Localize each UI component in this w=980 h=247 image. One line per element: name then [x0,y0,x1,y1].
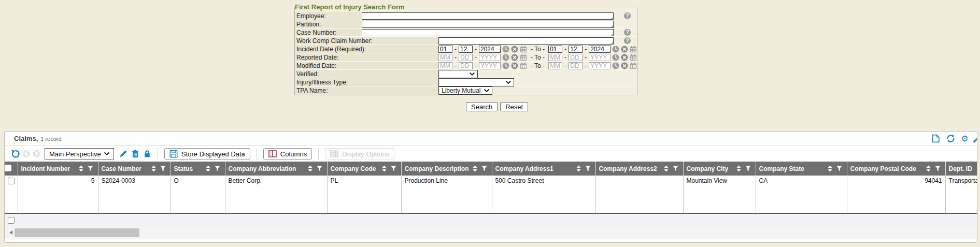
undo-icon[interactable] [11,149,20,158]
sort-icon[interactable] [736,165,741,172]
filter-icon[interactable] [836,166,842,171]
sort-icon[interactable] [382,165,387,172]
clock-icon[interactable] [502,46,509,53]
scrollbar-thumb[interactable] [15,228,139,237]
delete-perspective-icon[interactable] [131,150,139,158]
filter-icon[interactable] [215,166,220,171]
incident-from-day-input[interactable] [459,46,473,53]
sort-icon[interactable] [473,165,477,172]
incident-to-year-input[interactable] [589,46,610,53]
clock-icon[interactable] [612,62,619,69]
verified-select[interactable] [438,70,478,78]
new-row-checkbox[interactable] [8,217,15,224]
calendar-icon[interactable] [520,62,527,69]
partition-row: Partition: [295,20,637,28]
resize-grip-icon [610,41,613,44]
next-perspective-icon[interactable] [33,150,40,157]
sort-icon[interactable] [664,165,669,172]
clock-icon[interactable] [612,46,619,53]
calendar-icon[interactable] [630,46,637,53]
sort-icon[interactable] [828,165,832,172]
previous-perspective-icon[interactable] [23,150,30,157]
search-button[interactable]: Search [466,102,498,111]
row-checkbox[interactable] [8,178,15,184]
incident-from-month-input[interactable] [438,46,452,53]
clock-icon[interactable] [612,54,619,61]
incident-to-month-input[interactable] [548,46,562,53]
calendar-icon[interactable] [630,54,637,61]
clear-date-icon[interactable] [621,54,628,61]
perspective-select[interactable]: Main Perspective [45,148,114,159]
clear-date-icon[interactable] [621,62,628,69]
employee-label: Employee: [295,12,361,20]
sort-icon[interactable] [308,165,313,172]
case-number-input[interactable] [362,29,614,36]
toolbar-separator [158,148,158,160]
store-displayed-data-button[interactable]: Store Displayed Data [164,148,250,159]
incident-from-year-input[interactable] [479,46,501,53]
tpa-select[interactable]: Liberty Mutual [438,86,492,95]
new-document-icon[interactable] [931,134,940,143]
modified-from-month-input[interactable] [438,62,452,69]
clear-date-icon[interactable] [621,46,628,53]
select-all-checkbox[interactable] [5,165,11,171]
clear-date-icon[interactable] [511,54,518,61]
modified-to-month-input[interactable] [548,62,562,69]
calendar-icon[interactable] [630,62,637,69]
filter-icon[interactable] [585,166,591,171]
clock-icon[interactable] [502,54,509,61]
sort-icon[interactable] [151,165,156,172]
columns-button[interactable]: Columns [263,148,312,159]
sort-icon[interactable] [79,165,83,172]
clear-date-icon[interactable] [511,46,518,53]
calendar-icon[interactable] [520,46,527,53]
work-comp-input[interactable] [438,37,614,45]
employee-input[interactable] [362,12,614,20]
sort-icon[interactable] [206,165,210,172]
sort-icon[interactable] [926,165,931,172]
gear-icon[interactable]: ⚙ [960,134,969,143]
claims-table: Incident Number Case Number Status Compa… [5,162,977,213]
reported-from-day-input[interactable] [459,54,473,61]
wrench-icon[interactable] [973,134,977,143]
reported-from-year-input[interactable] [479,54,501,61]
help-icon[interactable]: ? [624,37,631,44]
partition-input[interactable] [362,21,614,28]
filter-icon[interactable] [317,166,322,171]
modified-to-day-input[interactable] [569,62,583,69]
injury-type-select[interactable] [438,78,514,86]
filter-icon[interactable] [935,166,941,171]
calendar-icon[interactable] [520,54,527,61]
lock-icon[interactable] [143,150,151,158]
incident-to-day-input[interactable] [569,46,583,53]
help-icon[interactable]: ? [624,12,631,19]
help-icon[interactable]: ? [624,29,631,36]
reset-button[interactable]: Reset [500,102,528,111]
reported-to-year-input[interactable] [589,54,610,61]
filter-icon[interactable] [481,166,487,171]
reported-to-day-input[interactable] [569,54,583,61]
modified-from-day-input[interactable] [459,62,473,69]
modified-from-year-input[interactable] [479,62,501,69]
scroll-left-arrow-icon[interactable] [9,230,12,235]
refresh-icon[interactable] [946,134,955,143]
filter-icon[interactable] [160,166,166,171]
sort-icon[interactable] [576,165,581,172]
partition-label: Partition: [295,20,361,28]
clear-date-icon[interactable] [511,62,518,69]
filter-icon[interactable] [88,166,93,171]
edit-perspective-icon[interactable] [119,150,127,158]
clock-icon[interactable] [502,62,509,69]
horizontal-scrollbar[interactable] [5,226,977,239]
reported-to-month-input[interactable] [548,54,562,61]
reported-from-month-input[interactable] [438,54,452,61]
to-separator: - To - [531,62,545,69]
reported-date-row: Reported Date: -- - To - -- [295,53,637,62]
filter-icon[interactable] [391,166,396,171]
tpa-label: TPA Name: [295,86,438,95]
table-row[interactable]: 5 S2024-0003 O Better Corp. PL Productio… [5,176,977,213]
filter-icon[interactable] [673,166,678,171]
filter-icon[interactable] [745,166,751,171]
modified-to-year-input[interactable] [589,62,610,69]
column-header: Company Abbreviation [229,165,296,172]
